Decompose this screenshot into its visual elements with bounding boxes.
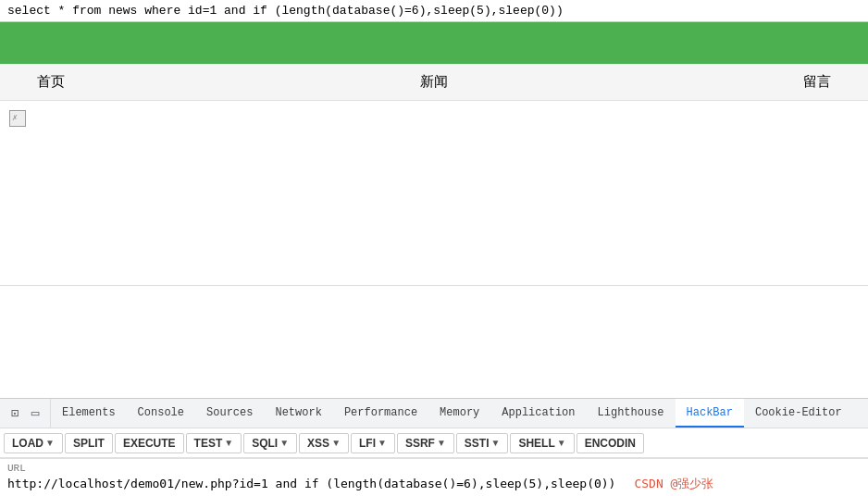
site-header xyxy=(0,22,868,64)
site-nav: 首页 新闻 留言 xyxy=(0,64,868,101)
sql-bar: select * from news where id=1 and if (le… xyxy=(0,0,868,22)
broken-image xyxy=(9,110,26,127)
sql-text: select * from news where id=1 and if (le… xyxy=(7,4,564,18)
nav-news[interactable]: 新闻 xyxy=(420,73,448,91)
site-content xyxy=(0,101,868,286)
nav-home[interactable]: 首页 xyxy=(37,73,65,91)
nav-guestbook[interactable]: 留言 xyxy=(803,73,831,91)
